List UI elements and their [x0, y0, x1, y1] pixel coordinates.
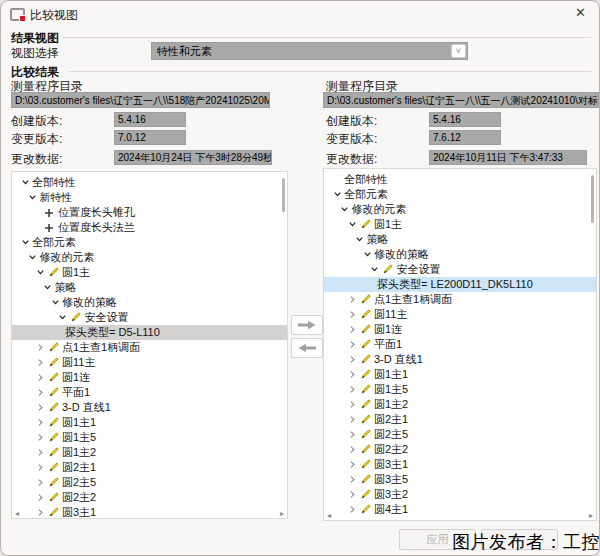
tree-item[interactable]: 修改的策略 [12, 295, 287, 310]
expander-closed-icon[interactable] [347, 340, 357, 350]
tree-item[interactable]: 平面1 [324, 337, 596, 352]
expander-closed-icon[interactable] [35, 478, 45, 488]
expander-closed-icon[interactable] [347, 475, 357, 485]
expander-closed-icon[interactable] [347, 460, 357, 470]
expander-open-icon[interactable] [28, 253, 38, 263]
pencil-icon [359, 399, 371, 411]
tree-item[interactable]: 全部特性 [12, 175, 287, 190]
expander-closed-icon[interactable] [35, 463, 45, 473]
tree-item[interactable]: 圆3主1 [12, 505, 287, 519]
vertical-scrollbar[interactable] [282, 178, 285, 212]
expander-closed-icon[interactable] [35, 358, 45, 368]
tree-item[interactable]: 探头类型= LE200D11_DK5L110 [324, 277, 596, 292]
tree-item[interactable]: 修改的策略 [324, 247, 596, 262]
tree-item[interactable]: 圆1连 [12, 370, 287, 385]
tree-item[interactable]: 圆1主 [12, 265, 287, 280]
tree-item[interactable]: 全部元素 [324, 187, 596, 202]
tree-item[interactable]: 探头类型= D5-L110 [12, 325, 287, 340]
tree-item-label: 圆1连 [374, 322, 402, 337]
expander-closed-icon[interactable] [35, 448, 45, 458]
tree-item[interactable]: 圆2主2 [324, 442, 596, 457]
expander-open-icon[interactable] [28, 193, 38, 203]
scroll-right-icon[interactable]: ▸ [280, 509, 284, 518]
tree-item[interactable]: 圆4主1 [324, 502, 596, 517]
scroll-left-icon[interactable]: ◂ [327, 511, 331, 520]
tree-item[interactable]: 圆2主5 [324, 427, 596, 442]
expander-closed-icon[interactable] [347, 505, 357, 515]
tree-item[interactable]: 圆2主1 [324, 412, 596, 427]
tree-item[interactable]: 圆1主1 [324, 367, 596, 382]
tree-item[interactable]: 圆1主2 [324, 397, 596, 412]
tree-item[interactable]: 圆11主 [324, 307, 596, 322]
tree-item[interactable]: 新特性 [12, 190, 287, 205]
expander-closed-icon[interactable] [347, 295, 357, 305]
tree-item[interactable]: 平面1 [12, 385, 287, 400]
tree-item[interactable]: 点1主查1柄调面 [12, 340, 287, 355]
tree-item[interactable]: 圆3主2 [324, 487, 596, 502]
tree-item[interactable]: 位置度长头法兰 [12, 220, 287, 235]
tree-item[interactable]: 圆2主5 [12, 475, 287, 490]
tree-item[interactable]: 圆1连 [324, 322, 596, 337]
expander-open-icon[interactable] [355, 235, 365, 245]
expander-closed-icon[interactable] [35, 343, 45, 353]
expander-open-icon[interactable] [332, 190, 342, 200]
expander-closed-icon[interactable] [35, 418, 45, 428]
tree-item[interactable]: 全部特性 [324, 172, 596, 187]
tree-item[interactable]: 圆3主5 [324, 472, 596, 487]
expander-closed-icon[interactable] [35, 373, 45, 383]
expander-closed-icon[interactable] [347, 415, 357, 425]
expander-open-icon[interactable] [43, 283, 53, 293]
expander-closed-icon[interactable] [347, 430, 357, 440]
tree-item[interactable]: 位置度长头锥孔 [12, 205, 287, 220]
expander-closed-icon[interactable] [347, 445, 357, 455]
expander-closed-icon[interactable] [347, 400, 357, 410]
tree-item[interactable]: 圆11主 [12, 355, 287, 370]
expander-open-icon[interactable] [340, 205, 350, 215]
tree-item[interactable]: 策略 [324, 232, 596, 247]
expander-closed-icon[interactable] [35, 508, 45, 518]
expander-open-icon[interactable] [50, 298, 60, 308]
scroll-right-icon[interactable]: ▸ [589, 511, 593, 520]
tree-item[interactable]: 圆1主 [324, 217, 596, 232]
expander-open-icon[interactable] [362, 250, 372, 260]
copy-to-right-button[interactable] [291, 315, 323, 335]
expander-open-icon[interactable] [35, 268, 45, 278]
expander-open-icon[interactable] [20, 178, 30, 188]
scroll-left-icon[interactable]: ◂ [15, 509, 19, 518]
tree-item[interactable]: 圆2主1 [12, 460, 287, 475]
expander-closed-icon[interactable] [35, 433, 45, 443]
tree-item[interactable]: 圆1主1 [12, 415, 287, 430]
tree-item-label: 位置度长头锥孔 [58, 205, 135, 220]
tree-item[interactable]: 修改的元素 [12, 250, 287, 265]
expander-closed-icon[interactable] [347, 490, 357, 500]
copy-to-left-button[interactable] [291, 338, 323, 358]
tree-item[interactable]: 全部元素 [12, 235, 287, 250]
tree-item[interactable]: 圆3主1 [324, 457, 596, 472]
expander-closed-icon[interactable] [35, 403, 45, 413]
expander-closed-icon[interactable] [347, 355, 357, 365]
tree-item[interactable]: 3-D 直线1 [324, 352, 596, 367]
expander-closed-icon[interactable] [347, 370, 357, 380]
expander-closed-icon[interactable] [347, 310, 357, 320]
tree-item[interactable]: 点1主查1柄调面 [324, 292, 596, 307]
expander-closed-icon[interactable] [35, 493, 45, 503]
expander-open-icon[interactable] [20, 238, 30, 248]
expander-open-icon[interactable] [58, 313, 68, 323]
expander-closed-icon[interactable] [347, 385, 357, 395]
tree-item[interactable]: 策略 [12, 280, 287, 295]
expander-open-icon[interactable] [370, 265, 380, 275]
expander-closed-icon[interactable] [35, 388, 45, 398]
expander-closed-icon[interactable] [347, 325, 357, 335]
view-select-dropdown[interactable]: 特性和元素 ˅ [151, 42, 468, 60]
close-icon[interactable]: ✕ [575, 6, 586, 20]
tree-item[interactable]: 安全设置 [12, 310, 287, 325]
tree-item[interactable]: 3-D 直线1 [12, 400, 287, 415]
expander-open-icon[interactable] [347, 220, 357, 230]
tree-item[interactable]: 圆1主2 [12, 445, 287, 460]
tree-item[interactable]: 圆1主5 [324, 382, 596, 397]
tree-item[interactable]: 圆2主2 [12, 490, 287, 505]
tree-item[interactable]: 修改的元素 [324, 202, 596, 217]
tree-item[interactable]: 圆1主5 [12, 430, 287, 445]
vertical-scrollbar[interactable] [591, 175, 594, 223]
tree-item[interactable]: 安全设置 [324, 262, 596, 277]
